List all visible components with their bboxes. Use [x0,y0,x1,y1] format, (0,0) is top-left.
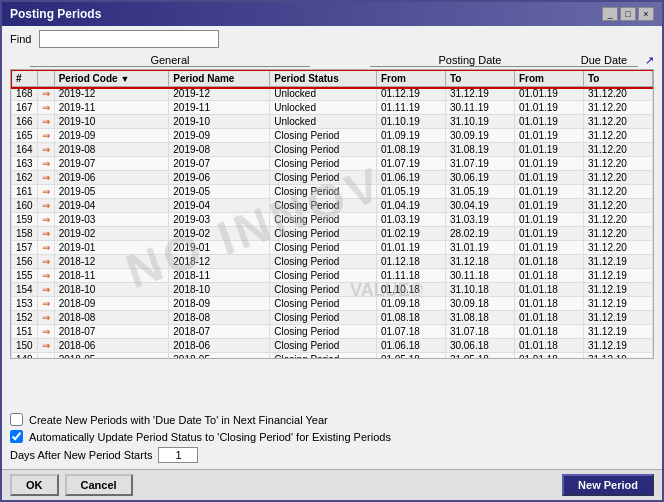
find-input[interactable] [39,30,219,48]
row-name: 2019-05 [169,185,270,199]
section-headers: General Posting Date Due Date ↗ [2,52,662,69]
row-df: 01.01.19 [514,157,583,171]
table-row[interactable]: 151 ⇒ 2018-07 2018-07 Closing Period 01.… [12,325,653,339]
row-name: 2019-02 [169,227,270,241]
row-df: 01.01.18 [514,353,583,360]
row-code: 2019-04 [54,199,169,213]
table-row[interactable]: 149 ⇒ 2018-05 2018-05 Closing Period 01.… [12,353,653,360]
row-dt: 31.12.19 [583,297,652,311]
row-name: 2019-01 [169,241,270,255]
auto-update-label: Automatically Update Period Status to 'C… [29,431,391,443]
cancel-button[interactable]: Cancel [65,474,133,496]
row-code: 2019-02 [54,227,169,241]
row-pt: 31.12.19 [445,87,514,101]
row-name: 2019-08 [169,143,270,157]
col-period-name[interactable]: Period Name [169,71,270,87]
col-arrow [37,71,54,87]
row-pf: 01.11.19 [376,101,445,115]
table-row[interactable]: 157 ⇒ 2019-01 2019-01 Closing Period 01.… [12,241,653,255]
row-pt: 30.09.19 [445,129,514,143]
window-controls: _ □ × [602,7,654,21]
ok-button[interactable]: OK [10,474,59,496]
row-pf: 01.12.18 [376,255,445,269]
minimize-button[interactable]: _ [602,7,618,21]
row-pt: 31.10.19 [445,115,514,129]
row-arrow: ⇒ [37,339,54,353]
section-due-date: Due Date [570,54,638,67]
col-from2[interactable]: From [514,71,583,87]
row-status: Closing Period [270,213,377,227]
row-arrow: ⇒ [37,87,54,101]
col-selector[interactable]: # [12,71,38,87]
row-status: Closing Period [270,143,377,157]
table-row[interactable]: 154 ⇒ 2018-10 2018-10 Closing Period 01.… [12,283,653,297]
row-df: 01.01.18 [514,339,583,353]
table-row[interactable]: 156 ⇒ 2018-12 2018-12 Closing Period 01.… [12,255,653,269]
row-pt: 31.07.19 [445,157,514,171]
row-pf: 01.06.18 [376,339,445,353]
close-button[interactable]: × [638,7,654,21]
row-status: Closing Period [270,283,377,297]
table-row[interactable]: 150 ⇒ 2018-06 2018-06 Closing Period 01.… [12,339,653,353]
col-to[interactable]: To [445,71,514,87]
col-period-status[interactable]: Period Status [270,71,377,87]
row-df: 01.01.19 [514,171,583,185]
row-pf: 01.06.19 [376,171,445,185]
row-code: 2018-11 [54,269,169,283]
row-dt: 31.12.20 [583,241,652,255]
table-row[interactable]: 159 ⇒ 2019-03 2019-03 Closing Period 01.… [12,213,653,227]
row-code: 2018-06 [54,339,169,353]
row-arrow: ⇒ [37,311,54,325]
row-name: 2019-11 [169,101,270,115]
days-input[interactable] [158,447,198,463]
row-status: Closing Period [270,185,377,199]
table-row[interactable]: 152 ⇒ 2018-08 2018-08 Closing Period 01.… [12,311,653,325]
create-new-row: Create New Periods with 'Due Date To' in… [10,413,654,426]
row-id: 157 [12,241,38,255]
row-pf: 01.07.18 [376,325,445,339]
table-scroll[interactable]: # Period Code ▼ Period Name Period Statu… [10,69,654,359]
row-pf: 01.09.19 [376,129,445,143]
row-arrow: ⇒ [37,325,54,339]
table-row[interactable]: 165 ⇒ 2019-09 2019-09 Closing Period 01.… [12,129,653,143]
section-posting-date: Posting Date [370,54,570,67]
create-new-label: Create New Periods with 'Due Date To' in… [29,414,328,426]
maximize-button[interactable]: □ [620,7,636,21]
table-row[interactable]: 166 ⇒ 2019-10 2019-10 Unlocked 01.10.19 … [12,115,653,129]
row-id: 163 [12,157,38,171]
row-df: 01.01.18 [514,325,583,339]
row-dt: 31.12.20 [583,227,652,241]
row-name: 2019-07 [169,157,270,171]
create-new-checkbox[interactable] [10,413,23,426]
row-code: 2018-09 [54,297,169,311]
col-period-code[interactable]: Period Code ▼ [54,71,169,87]
row-arrow: ⇒ [37,129,54,143]
col-to2[interactable]: To [583,71,652,87]
row-status: Closing Period [270,171,377,185]
row-name: 2018-05 [169,353,270,360]
new-period-button[interactable]: New Period [562,474,654,496]
table-row[interactable]: 158 ⇒ 2019-02 2019-02 Closing Period 01.… [12,227,653,241]
row-dt: 31.12.19 [583,255,652,269]
table-row[interactable]: 160 ⇒ 2019-04 2019-04 Closing Period 01.… [12,199,653,213]
row-pt: 30.06.18 [445,339,514,353]
auto-update-checkbox[interactable] [10,430,23,443]
find-bar: Find [2,26,662,52]
table-row[interactable]: 153 ⇒ 2018-09 2018-09 Closing Period 01.… [12,297,653,311]
row-pt: 30.09.18 [445,297,514,311]
title-bar: Posting Periods _ □ × [2,2,662,26]
table-row[interactable]: 163 ⇒ 2019-07 2019-07 Closing Period 01.… [12,157,653,171]
row-status: Unlocked [270,101,377,115]
expand-icon[interactable]: ↗ [638,54,654,67]
table-row[interactable]: 164 ⇒ 2019-08 2019-08 Closing Period 01.… [12,143,653,157]
table-row[interactable]: 162 ⇒ 2019-06 2019-06 Closing Period 01.… [12,171,653,185]
row-status: Closing Period [270,199,377,213]
table-row[interactable]: 167 ⇒ 2019-11 2019-11 Unlocked 01.11.19 … [12,101,653,115]
table-row[interactable]: 168 ⇒ 2019-12 2019-12 Unlocked 01.12.19 … [12,87,653,101]
row-pf: 01.02.19 [376,227,445,241]
table-row[interactable]: 161 ⇒ 2019-05 2019-05 Closing Period 01.… [12,185,653,199]
col-from[interactable]: From [376,71,445,87]
row-name: 2019-06 [169,171,270,185]
row-pt: 31.05.18 [445,353,514,360]
table-row[interactable]: 155 ⇒ 2018-11 2018-11 Closing Period 01.… [12,269,653,283]
